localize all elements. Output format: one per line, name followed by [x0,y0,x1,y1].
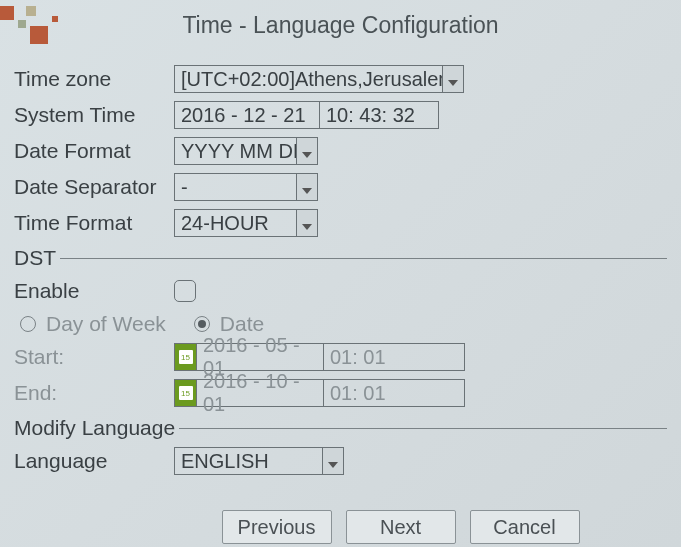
window-title: Time - Language Configuration [60,12,681,39]
radio-date-label: Date [220,312,264,336]
time-format-select[interactable]: 24-HOUR [174,209,318,237]
time-format-value: 24-HOUR [174,209,296,237]
label-system-time: System Time [14,103,174,127]
row-dst-start: Start: 15 2016 - 05 - 01 01: 01 [14,342,667,372]
label-date-separator: Date Separator [14,175,174,199]
radio-date[interactable] [194,316,210,332]
calendar-icon[interactable]: 15 [174,379,196,407]
row-dst-end: End: 15 2016 - 10 - 01 01: 01 [14,378,667,408]
time-format-dropdown-button[interactable] [296,209,318,237]
dst-start-fields: 15 2016 - 05 - 01 01: 01 [174,343,465,371]
section-language: Modify Language [14,416,667,440]
language-select[interactable]: ENGLISH [174,447,344,475]
next-button[interactable]: Next [346,510,456,544]
dst-start-date[interactable]: 2016 - 05 - 01 [196,343,324,371]
chevron-down-icon [448,68,458,91]
system-time-fields: 2016 - 12 - 21 10: 43: 32 [174,101,439,129]
label-dst-start: Start: [14,345,174,369]
row-language: Language ENGLISH [14,446,667,476]
dst-end-date[interactable]: 2016 - 10 - 01 [196,379,324,407]
system-time-input[interactable]: 10: 43: 32 [319,101,439,129]
dst-enable-checkbox[interactable] [174,280,196,302]
language-value: ENGLISH [174,447,322,475]
row-dst-enable: Enable [14,276,667,306]
radio-day-of-week-label: Day of Week [46,312,166,336]
app-logo [0,6,60,44]
date-format-select[interactable]: YYYY MM DD [174,137,318,165]
date-separator-dropdown-button[interactable] [296,173,318,201]
section-dst-label: DST [14,246,60,270]
label-timezone: Time zone [14,67,174,91]
row-date-format: Date Format YYYY MM DD [14,136,667,166]
radio-day-of-week[interactable] [20,316,36,332]
system-date-input[interactable]: 2016 - 12 - 21 [174,101,320,129]
divider [60,258,667,259]
row-time-format: Time Format 24-HOUR [14,208,667,238]
dst-start-time[interactable]: 01: 01 [323,343,465,371]
label-time-format: Time Format [14,211,174,235]
chevron-down-icon [302,212,312,235]
previous-button[interactable]: Previous [222,510,332,544]
row-date-separator: Date Separator - [14,172,667,202]
timezone-select[interactable]: [UTC+02:00]Athens,Jerusalem [174,65,464,93]
row-dst-mode: Day of Week Date [20,312,667,336]
dst-end-time[interactable]: 01: 01 [323,379,465,407]
date-format-value: YYYY MM DD [174,137,296,165]
section-language-label: Modify Language [14,416,179,440]
timezone-value: [UTC+02:00]Athens,Jerusalem [174,65,442,93]
cancel-button[interactable]: Cancel [470,510,580,544]
date-separator-value: - [174,173,296,201]
footer-buttons: Previous Next Cancel [14,510,667,544]
config-form: Time zone [UTC+02:00]Athens,Jerusalem Sy… [0,50,681,544]
timezone-dropdown-button[interactable] [442,65,464,93]
date-separator-select[interactable]: - [174,173,318,201]
label-dst-enable: Enable [14,279,174,303]
section-dst: DST [14,246,667,270]
date-format-dropdown-button[interactable] [296,137,318,165]
chevron-down-icon [328,450,338,473]
label-language: Language [14,449,174,473]
label-date-format: Date Format [14,139,174,163]
row-system-time: System Time 2016 - 12 - 21 10: 43: 32 [14,100,667,130]
dst-end-fields: 15 2016 - 10 - 01 01: 01 [174,379,465,407]
divider [179,428,667,429]
chevron-down-icon [302,176,312,199]
chevron-down-icon [302,140,312,163]
language-dropdown-button[interactable] [322,447,344,475]
label-dst-end: End: [14,381,174,405]
window-header: Time - Language Configuration [0,0,681,50]
row-timezone: Time zone [UTC+02:00]Athens,Jerusalem [14,64,667,94]
calendar-icon[interactable]: 15 [174,343,196,371]
